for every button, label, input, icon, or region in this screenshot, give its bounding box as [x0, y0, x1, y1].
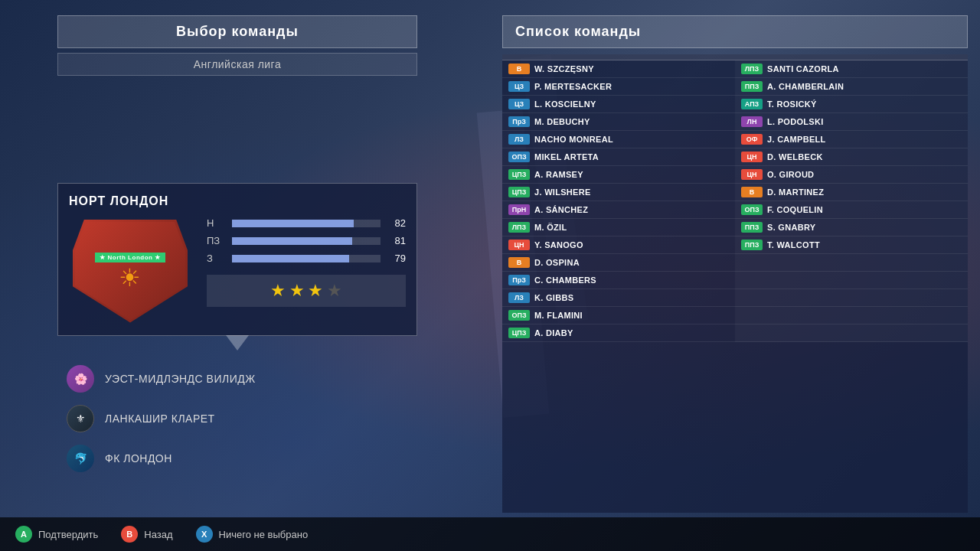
player-name: MIKEL ARTETA [534, 152, 599, 161]
action-confirm[interactable]: А Подтвердить [15, 526, 98, 543]
player-left-10: ЦН Y. SANOGO [502, 236, 735, 254]
pos-badge: ЦПЗ [508, 187, 530, 197]
team-list-item-2[interactable]: 🐬 ФК ЛОНДОН [57, 439, 417, 478]
player-name: A. DIABY [534, 328, 573, 337]
player-left-4: ЛЗ NACHO MONREAL [502, 131, 735, 148]
shield: ★ North London ★ ☀ [73, 220, 188, 323]
team-list-name-1: ЛАНКАШИР КЛАРЕТ [105, 412, 215, 425]
action-nothing-label: Ничего не выбрано [219, 529, 309, 540]
player-left-0: В W. SZCZĘSNY [502, 60, 735, 78]
player-right-empty-13 [735, 289, 968, 307]
player-left-6: ЦПЗ A. RAMSEY [502, 166, 735, 184]
player-right-8: ОПЗ F. COQUELIN [735, 201, 968, 219]
pos-badge: ОПЗ [508, 152, 530, 162]
team-list: 🌸 УЭСТ-МИДЛЭНДС ВИЛИДЖ ⚜ ЛАНКАШИР КЛАРЕТ… [57, 359, 417, 478]
player-name: F. COQUELIN [767, 205, 823, 214]
pos-badge: В [508, 257, 530, 268]
pos-badge: ППЗ [741, 81, 763, 92]
player-name: P. MERTESACKER [534, 82, 612, 91]
action-back[interactable]: В Назад [121, 526, 172, 543]
player-name: Y. SANOGO [534, 240, 583, 249]
player-name: C. CHAMBERS [534, 276, 596, 285]
player-left-7: ЦПЗ J. WILSHERE [502, 184, 735, 201]
stat-value: 79 [387, 253, 406, 264]
team-card-name: НОРТ ЛОНДОН [69, 194, 406, 208]
players-grid: В W. SZCZĘSNY ЛПЗ SANTI CAZORLA ЦЗ P. ME… [502, 60, 968, 342]
stat-row: Н 82 [207, 217, 406, 229]
player-right-empty-14 [735, 307, 968, 324]
btn-b-icon: В [121, 526, 138, 543]
stars-row: ★ ★ ★ ★ [207, 275, 406, 307]
pos-badge: ЦН [508, 240, 530, 250]
btn-x-icon: Х [196, 526, 213, 543]
player-name: S. GNABRY [767, 223, 815, 232]
player-name: M. ÖZIL [534, 223, 567, 232]
player-name: A. CHAMBERLAIN [767, 82, 844, 91]
team-icon-2: 🐬 [67, 445, 94, 472]
player-left-14: ОПЗ M. FLAMINI [502, 307, 735, 324]
team-list-item-0[interactable]: 🌸 УЭСТ-МИДЛЭНДС ВИЛИДЖ [57, 359, 417, 399]
stat-bar-bg [232, 255, 381, 262]
pos-badge: ОФ [741, 134, 763, 145]
btn-a-icon: А [15, 526, 32, 543]
team-list-name-0: УЭСТ-МИДЛЭНДС ВИЛИДЖ [105, 373, 256, 385]
player-name: K. GIBBS [534, 293, 573, 302]
team-icon-0: 🌸 [67, 365, 94, 393]
pos-badge: ОПЗ [508, 310, 530, 321]
player-right-2: АПЗ T. ROSICKÝ [735, 96, 968, 113]
team-list-item-1[interactable]: ⚜ ЛАНКАШИР КЛАРЕТ [57, 399, 417, 439]
player-left-15: ЦПЗ A. DIABY [502, 324, 735, 342]
player-right-6: ЦН O. GIROUD [735, 166, 968, 184]
pos-badge: ЛПЗ [508, 222, 530, 233]
player-right-7: В D. MARTINEZ [735, 184, 968, 201]
player-name: W. SZCZĘSNY [534, 64, 594, 73]
stat-bar-bg [232, 237, 381, 245]
player-left-5: ОПЗ MIKEL ARTETA [502, 148, 735, 166]
player-left-13: ЛЗ K. GIBBS [502, 289, 735, 307]
right-panel-title: Список команды [502, 15, 968, 48]
player-right-4: ОФ J. CAMPBELL [735, 131, 968, 148]
stat-label: ПЗ [207, 235, 226, 246]
player-name: D. WELBECK [767, 152, 823, 161]
pos-badge: ЛН [741, 116, 763, 127]
pos-badge: ППЗ [741, 222, 763, 233]
star-4: ★ [327, 281, 342, 300]
player-right-0: ЛПЗ SANTI CAZORLA [735, 60, 968, 78]
player-name: L. KOSCIELNY [534, 99, 596, 109]
player-left-8: ПрН A. SÁNCHEZ [502, 201, 735, 219]
team-list-name-2: ФК ЛОНДОН [105, 452, 172, 465]
pos-badge: ЦПЗ [508, 328, 530, 338]
players-table: В W. SZCZĘSNY ЛПЗ SANTI CAZORLA ЦЗ P. ME… [502, 54, 968, 513]
pos-badge: ЛЗ [508, 134, 530, 145]
team-card: НОРТ ЛОНДОН ★ North London ★ ☀ Н [57, 183, 417, 336]
player-right-10: ППЗ T. WALCOTT [735, 236, 968, 254]
star-3: ★ [308, 281, 323, 300]
player-name: SANTI CAZORLA [767, 64, 839, 73]
stats-container: Н 82 ПЗ 81 З 79 [207, 217, 406, 264]
player-name: A. RAMSEY [534, 170, 583, 179]
player-right-3: ЛН L. PODOLSKI [735, 113, 968, 131]
player-right-9: ППЗ S. GNABRY [735, 219, 968, 236]
action-confirm-label: Подтвердить [38, 529, 98, 540]
stat-row: ПЗ 81 [207, 235, 406, 246]
player-left-12: ПрЗ C. CHAMBERS [502, 272, 735, 289]
pos-badge: ППЗ [741, 240, 763, 250]
shield-text: ★ North London ★ [95, 253, 165, 262]
player-right-1: ППЗ A. CHAMBERLAIN [735, 78, 968, 96]
player-name: T. ROSICKÝ [767, 99, 817, 109]
right-panel: Список команды В W. SZCZĘSNY ЛПЗ SANTI C… [490, 0, 980, 551]
player-left-1: ЦЗ P. MERTESACKER [502, 78, 735, 96]
left-panel: Выбор команды Английская лига НОРТ ЛОНДО… [0, 0, 475, 551]
league-label: Английская лига [57, 53, 417, 76]
pos-badge: ЦЗ [508, 81, 530, 92]
pos-badge: ЦПЗ [508, 169, 530, 180]
stat-label: З [207, 253, 226, 264]
team-list-container: 🌸 УЭСТ-МИДЛЭНДС ВИЛИДЖ ⚜ ЛАНКАШИР КЛАРЕТ… [57, 359, 417, 478]
player-left-2: ЦЗ L. KOSCIELNY [502, 96, 735, 113]
player-name: O. GIROUD [767, 170, 814, 179]
player-name: J. CAMPBELL [767, 135, 826, 144]
pos-badge: ЦЗ [508, 99, 530, 109]
main-content: Выбор команды Английская лига НОРТ ЛОНДО… [0, 0, 980, 551]
action-nothing[interactable]: Х Ничего не выбрано [196, 526, 309, 543]
pos-badge: В [741, 187, 763, 197]
